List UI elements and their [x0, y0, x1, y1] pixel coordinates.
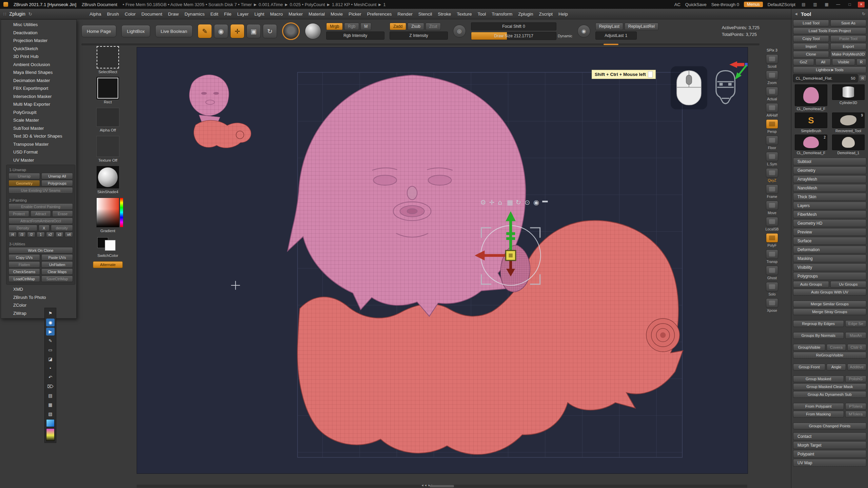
right-shelf-icon[interactable]	[766, 103, 778, 113]
zplugin-menu-item[interactable]: XMD	[1, 285, 76, 293]
menu-item[interactable]: Color	[125, 12, 136, 17]
minimize-icon[interactable]: —	[835, 2, 842, 7]
zplugin-menu-item[interactable]: USD Format	[1, 148, 76, 156]
menus-button[interactable]: Menus	[744, 2, 763, 7]
tool-thumbnail[interactable]: SimpleBrush	[794, 113, 828, 133]
tool-thumbnail-image[interactable]	[832, 84, 865, 100]
tool-subpalette[interactable]: ArrayMesh	[793, 175, 866, 183]
menu-item[interactable]: Macro	[270, 12, 283, 17]
panel-button[interactable]: Additive	[847, 364, 866, 370]
replay-last-rel-button[interactable]: ReplayLastRel	[625, 23, 658, 30]
tool-thumbnail-image[interactable]	[795, 84, 827, 106]
panel-button[interactable]: Edge Se	[845, 320, 866, 327]
collapse-icon[interactable]: ◄	[794, 12, 798, 16]
current-brush-icon[interactable]	[282, 22, 300, 40]
rgb-intensity-slider[interactable]: Rgb Intensity	[326, 32, 384, 40]
tool-subpalette[interactable]: NanoMesh	[793, 184, 866, 192]
tool-mode-button[interactable]: ◉	[214, 24, 228, 38]
zplugin-menu-item[interactable]: SubTool Master	[1, 124, 76, 133]
menu-item[interactable]: Brush	[107, 12, 119, 17]
toolbar-scroll-handle[interactable]	[604, 44, 618, 45]
right-shelf-item[interactable]: Ghost	[766, 266, 778, 280]
panel-button[interactable]: Load Tool	[793, 20, 829, 26]
switch-color-swatch[interactable]	[97, 237, 119, 252]
tool-thumbnail[interactable]: Cylinder3D	[831, 84, 866, 111]
tool-mode-button[interactable]: ✛	[230, 24, 244, 38]
right-shelf-item[interactable]: Frame	[766, 184, 778, 199]
zplugin-menu-item[interactable]: UV Master	[1, 156, 76, 164]
tool-subpalette[interactable]: Geometry	[793, 166, 866, 174]
document-canvas[interactable]: ⚙ ✛ ⌂ ▦ ↻ ⊙ ◉	[137, 47, 748, 474]
tool-subpalette[interactable]: Layers	[793, 202, 866, 209]
zplugin-menu-item[interactable]: 3D Print Hub	[1, 53, 76, 61]
panel-button[interactable]: Unwrap	[8, 173, 40, 179]
tool-thumbnail[interactable]: CL_DemoHead_F	[794, 84, 828, 111]
panel-button[interactable]: /2	[27, 232, 35, 237]
mrgb-button[interactable]: Mrgb	[326, 23, 343, 30]
right-shelf-item[interactable]: LocalSB	[765, 217, 778, 231]
color-swatch-blue[interactable]	[46, 419, 55, 427]
tool-thumbnail-image[interactable]	[795, 113, 827, 128]
right-shelf-icon[interactable]	[766, 119, 778, 129]
zplugin-palette-header[interactable]: ∷ Zplugin ↻	[0, 11, 79, 17]
right-shelf-icon[interactable]	[766, 201, 778, 210]
zadd-button[interactable]: Zadd	[390, 23, 406, 30]
focal-shift-slider[interactable]: Focal Shift0	[471, 22, 556, 30]
panel-button[interactable]: Export	[830, 43, 866, 50]
panel-button[interactable]: Group Masked Clear Mask	[793, 383, 866, 390]
dynamic-label[interactable]: Dynamic	[558, 34, 572, 38]
zplugin-menu-item[interactable]: Multi Map Exporter	[1, 100, 76, 108]
menu-item[interactable]: Alpha	[90, 12, 101, 17]
select-rect-tool[interactable]	[97, 46, 119, 68]
menu-item[interactable]: Stroke	[438, 12, 451, 17]
right-shelf-item[interactable]: PolyF	[766, 233, 778, 247]
menu-item[interactable]: Light	[254, 12, 264, 17]
tool-thumbnail[interactable]: 9 Recovered_Tool	[831, 113, 866, 133]
tool-subpalette[interactable]: Morph Target	[793, 441, 866, 449]
panel-button[interactable]: x2	[46, 232, 54, 237]
tool-subpalette[interactable]: Subtool	[793, 158, 866, 165]
layout-icon-b[interactable]: ▥	[812, 2, 818, 7]
right-shelf-icon[interactable]	[766, 168, 778, 178]
panel-button[interactable]: Group Front	[793, 364, 825, 370]
layout-icon-c[interactable]: ▦	[823, 2, 830, 7]
zsub-button[interactable]: Zsub	[408, 23, 424, 30]
menu-item[interactable]: Render	[397, 12, 412, 17]
panel-button[interactable]: Group As Dynamesh Sub	[793, 391, 866, 398]
current-tool-slider[interactable]: CL_DemoHead_Flat. 50	[793, 74, 858, 82]
zplugin-menu-item[interactable]: Misc Utilities	[1, 21, 76, 29]
see-through-control[interactable]: See-through 0	[711, 2, 739, 7]
zplugin-menu-item[interactable]: FBX ExportImport	[1, 84, 76, 93]
adjust-last-slider[interactable]: AdjustLast1	[595, 32, 637, 40]
panel-button[interactable]: AttractFromAmbientOccl	[8, 218, 73, 224]
menu-item[interactable]: Picker	[349, 12, 361, 17]
r-button[interactable]: R	[859, 75, 866, 82]
mini-toolbar-icon[interactable]: ◉	[46, 319, 55, 326]
mini-toolbar-icon[interactable]: ⚑	[46, 309, 55, 317]
tool-subpalette[interactable]: Deformation	[793, 246, 866, 253]
zplugin-menu-item[interactable]: Transpose Master	[1, 140, 76, 148]
menu-item[interactable]: Dynamics	[184, 12, 204, 17]
panel-refresh-icon[interactable]: ↻	[862, 12, 865, 16]
menu-item[interactable]: Preferences	[367, 12, 392, 17]
panel-button[interactable]: Clstr 0.	[847, 344, 866, 351]
tool-subpalette[interactable]: Contact	[793, 432, 866, 440]
panel-button[interactable]: Geometry	[8, 180, 40, 186]
texture-swatch[interactable]	[96, 136, 119, 157]
tool-subpalette[interactable]: Thick Skin	[793, 193, 866, 201]
color-swatch-cmy[interactable]	[46, 428, 55, 441]
panel-button[interactable]: Attract	[31, 210, 51, 217]
panel-button[interactable]: x3	[56, 232, 64, 237]
panel-button[interactable]: Groups Changed Points	[793, 423, 866, 429]
panel-button[interactable]: Work On Clone	[8, 247, 73, 253]
rgb-button[interactable]: Rgb	[344, 23, 359, 30]
menu-item[interactable]: Texture	[457, 12, 472, 17]
right-shelf-item[interactable]: QxyZ	[766, 168, 778, 182]
live-boolean-button[interactable]: Live Boolean	[155, 25, 193, 37]
zplugin-menu-item[interactable]: Projection Master	[1, 37, 76, 45]
zplugin-menu-item[interactable]: PolyGroupIt	[1, 108, 76, 117]
right-shelf-icon[interactable]	[766, 70, 778, 80]
right-shelf-item[interactable]: Zoom	[766, 70, 778, 85]
panel-button[interactable]: Paste Tool	[830, 35, 866, 42]
mini-toolbar-icon[interactable]: ▦	[46, 401, 55, 409]
